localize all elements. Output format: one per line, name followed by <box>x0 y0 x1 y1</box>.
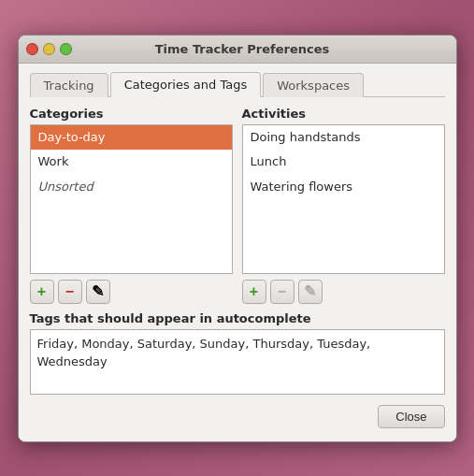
categories-toolbar: + − ✎ <box>30 280 233 304</box>
window-title: Time Tracker Preferences <box>78 42 408 56</box>
activity-item-2[interactable]: Lunch <box>243 150 444 175</box>
main-window: Time Tracker Preferences Tracking Catego… <box>18 35 457 442</box>
minimize-button[interactable] <box>43 43 55 55</box>
activities-toolbar: + − ✎ <box>242 280 445 304</box>
window-controls <box>26 43 72 55</box>
category-item-unsorted[interactable]: Unsorted <box>31 175 232 200</box>
activity-item-1[interactable]: Doing handstands <box>243 125 444 151</box>
tags-textarea[interactable] <box>30 329 445 395</box>
tab-categories-tags[interactable]: Categories and Tags <box>110 72 262 97</box>
categories-list: Day-to-day Work Unsorted <box>30 124 233 274</box>
tab-tracking[interactable]: Tracking <box>30 73 108 97</box>
activities-list: Doing handstands Lunch Watering flowers <box>242 124 445 274</box>
remove-activity-button[interactable]: − <box>270 280 294 304</box>
tab-bar: Tracking Categories and Tags Workspaces <box>30 71 445 97</box>
category-item-day-to-day[interactable]: Day-to-day <box>31 125 232 151</box>
titlebar: Time Tracker Preferences <box>19 36 456 64</box>
tags-section: Tags that should appear in autocomplete <box>30 311 445 397</box>
tags-label: Tags that should appear in autocomplete <box>30 311 445 325</box>
add-category-button[interactable]: + <box>30 280 54 304</box>
category-item-work[interactable]: Work <box>31 150 232 175</box>
content-area: Tracking Categories and Tags Workspaces … <box>19 64 456 441</box>
tab-workspaces[interactable]: Workspaces <box>263 73 364 97</box>
activities-panel: Activities Doing handstands Lunch Wateri… <box>242 107 445 304</box>
add-activity-button[interactable]: + <box>242 280 266 304</box>
categories-panel: Categories Day-to-day Work Unsorted + − … <box>30 107 233 304</box>
panels: Categories Day-to-day Work Unsorted + − … <box>30 107 445 304</box>
activities-label: Activities <box>242 107 445 121</box>
close-button[interactable]: Close <box>378 405 444 428</box>
categories-label: Categories <box>30 107 233 121</box>
footer: Close <box>30 397 445 430</box>
maximize-button[interactable] <box>60 43 72 55</box>
close-window-button[interactable] <box>26 43 38 55</box>
edit-activity-button[interactable]: ✎ <box>298 280 323 304</box>
edit-category-button[interactable]: ✎ <box>86 280 110 304</box>
remove-category-button[interactable]: − <box>58 280 82 304</box>
activity-item-3[interactable]: Watering flowers <box>243 175 444 200</box>
